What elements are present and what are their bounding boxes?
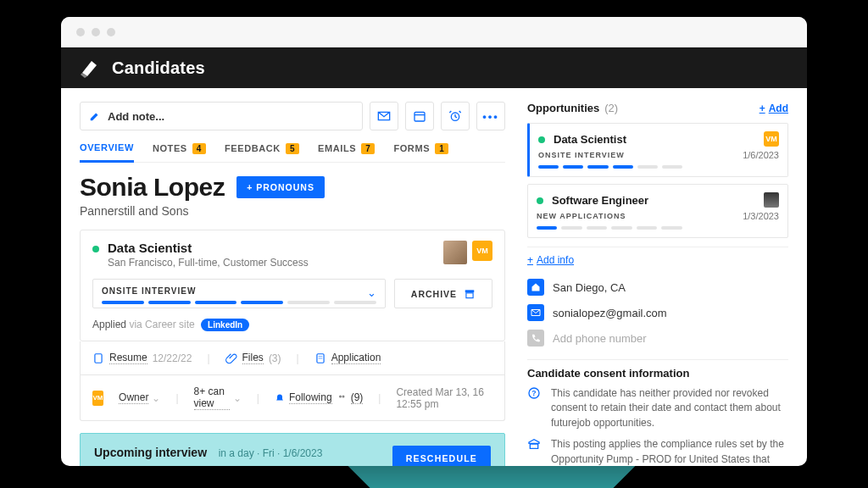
add-info-link[interactable]: +Add info [527, 254, 788, 266]
tab-badge: 4 [192, 143, 206, 154]
envelope-icon [531, 308, 541, 318]
reschedule-button[interactable]: RESCHEDULE [392, 446, 491, 466]
browser-chrome [61, 17, 807, 47]
vm-badge: VM [472, 241, 492, 261]
question-circle-icon: ? [527, 386, 541, 400]
svg-text:?: ? [531, 389, 536, 397]
ellipsis-icon: ••• [482, 110, 499, 123]
people-icon [337, 393, 347, 403]
contact-location[interactable]: San Diego, CA [527, 274, 788, 300]
add-note-placeholder: Add note... [108, 110, 164, 123]
tab-emails[interactable]: EMAILS7 [318, 142, 375, 162]
opportunity-title: Data Scientist [554, 133, 626, 146]
browser-window: Candidates Add note... ••• OVERVIEW NOTE… [61, 17, 807, 466]
bell-icon [275, 393, 285, 403]
files-link[interactable]: Files [242, 352, 264, 364]
stage-progress [538, 165, 682, 169]
chevron-down-icon: ⌄ [152, 392, 160, 404]
upcoming-title: Technical onsite [94, 464, 322, 466]
candidate-name: Sonia Lopez [80, 173, 225, 202]
attachment-icon [225, 352, 237, 364]
home-icon [531, 282, 541, 292]
opportunity-item[interactable]: Data Scientist VM ONSITE INTERVIEW 1/6/2… [527, 123, 788, 177]
tab-badge: 7 [361, 143, 375, 154]
upcoming-interview-banner: Upcoming interview in a day · Fri · 1/6/… [80, 433, 505, 466]
opportunity-stage: NEW APPLICATIONS [537, 212, 626, 220]
created-timestamp: Created Mar 13, 16 12:55 pm [396, 386, 492, 410]
candidate-tabs: OVERVIEW NOTES4 FEEDBACK5 EMAILS7 FORMS1 [80, 142, 505, 163]
contact-email[interactable]: sonialopez@gmail.com [527, 300, 788, 325]
more-actions-button[interactable]: ••• [476, 102, 505, 130]
svg-point-12 [342, 395, 344, 397]
owner-link[interactable]: Owner [119, 391, 148, 404]
status-dot-icon [92, 246, 99, 252]
svg-rect-6 [466, 292, 473, 297]
opportunities-heading: Opportunities [527, 102, 599, 114]
vm-badge: VM [764, 131, 779, 147]
app-header: Candidates [61, 47, 807, 88]
opportunity-date: 1/6/2023 [743, 150, 779, 160]
status-dot-icon [538, 136, 545, 143]
stage-label: ONSITE INTERVIEW [102, 286, 376, 296]
reminder-button[interactable] [441, 102, 470, 130]
visibility-link[interactable]: 8+ can view [194, 385, 230, 410]
files-count: (3) [269, 352, 281, 364]
form-icon [314, 352, 326, 364]
email-button[interactable] [370, 102, 398, 130]
tab-badge: 5 [286, 143, 299, 154]
add-opportunity-link[interactable]: +Add [760, 103, 788, 114]
app-logo-icon [80, 58, 100, 78]
plus-icon: + [760, 103, 765, 114]
opportunity-item[interactable]: Software Engineer NEW APPLICATIONS 1/3/2… [527, 184, 788, 238]
consent-item: This posting applies the compliance rule… [527, 437, 788, 466]
app-title: Candidates [112, 58, 205, 78]
window-dot [92, 28, 100, 36]
opportunity-date: 1/3/2023 [743, 211, 779, 221]
add-note-input[interactable]: Add note... [80, 102, 363, 130]
stage-progress [537, 226, 682, 230]
followers-count[interactable]: (9) [351, 391, 364, 404]
alarm-icon [448, 109, 462, 123]
tab-overview[interactable]: OVERVIEW [80, 142, 134, 163]
archive-icon [464, 288, 476, 300]
opportunity-stage: ONSITE INTERVIEW [538, 151, 625, 159]
hiring-manager-avatar[interactable] [443, 241, 467, 264]
upcoming-when: in a day · Fri · 1/6/2023 [219, 447, 323, 459]
source-chip[interactable]: LinkedIn [201, 319, 249, 331]
upcoming-heading: Upcoming interview [94, 446, 207, 459]
opportunities-count: (2) [604, 102, 618, 114]
main-panel: Add note... ••• OVERVIEW NOTES4 FEEDBACK… [61, 88, 519, 466]
applied-source: Applied via Career site LinkedIn [92, 319, 492, 330]
contact-phone-add[interactable]: Add phone number [527, 325, 788, 351]
svg-rect-7 [95, 353, 102, 363]
tab-notes[interactable]: NOTES4 [153, 142, 206, 162]
svg-rect-2 [415, 112, 425, 121]
stage-progress [102, 301, 376, 304]
pencil-icon [89, 110, 101, 122]
tab-forms[interactable]: FORMS1 [393, 142, 448, 162]
add-pronouns-button[interactable]: + PRONOUNS [236, 176, 325, 198]
owner-badge: VM [92, 391, 103, 406]
schedule-button[interactable] [405, 102, 434, 130]
consent-item: ? This candidate has neither provided no… [527, 386, 788, 430]
archive-button[interactable]: ARCHIVE [394, 279, 492, 308]
candidate-company: Pannerstill and Sons [80, 204, 505, 218]
window-dot [107, 28, 115, 36]
tab-feedback[interactable]: FEEDBACK5 [225, 142, 299, 162]
job-title: Data Scientist [108, 241, 309, 255]
side-panel: Opportunities (2) +Add Data Scientist VM… [519, 88, 807, 466]
following-link[interactable]: Following [289, 391, 332, 404]
institution-icon [527, 437, 541, 451]
plus-icon: + [527, 254, 533, 266]
svg-point-11 [339, 395, 342, 397]
application-link[interactable]: Application [331, 352, 381, 364]
stage-select[interactable]: ⌄ ONSITE INTERVIEW [92, 279, 386, 308]
opportunity-card: Data Scientist San Francisco, Full-time,… [80, 230, 505, 341]
avatar-icon [764, 192, 779, 208]
resume-link[interactable]: Resume [109, 352, 147, 364]
svg-marker-0 [82, 61, 97, 76]
chevron-down-icon: ⌄ [233, 392, 242, 404]
opportunity-title: Software Engineer [552, 194, 648, 207]
document-icon [92, 352, 104, 364]
resume-date: 12/22/22 [153, 352, 192, 364]
